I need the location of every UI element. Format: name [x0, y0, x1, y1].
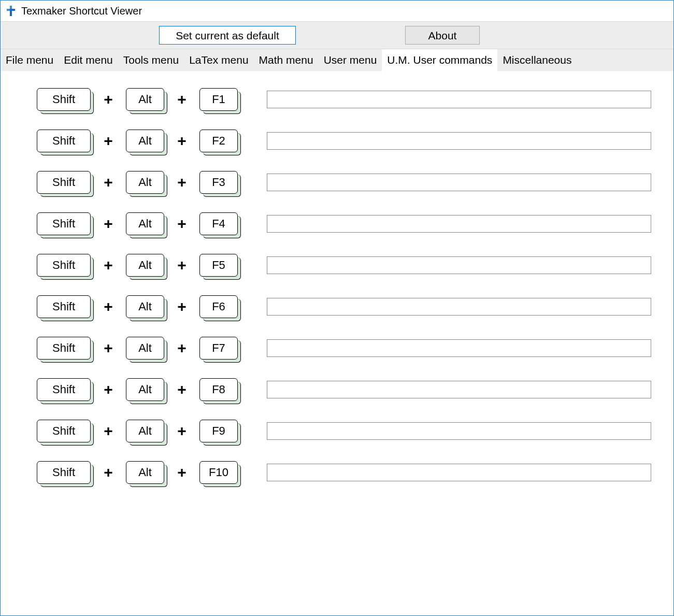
tab-miscellaneous[interactable]: Miscellaneous [497, 49, 577, 71]
tab-bar: File menuEdit menuTools menuLaTex menuMa… [1, 49, 673, 71]
command-input[interactable] [267, 422, 651, 440]
plus-icon: + [102, 298, 114, 316]
command-input[interactable] [267, 215, 651, 233]
key-fn: F7 [199, 337, 238, 360]
key-fn: F2 [199, 130, 238, 152]
command-input[interactable] [267, 298, 651, 316]
plus-icon: + [176, 215, 188, 233]
tab-user-menu[interactable]: User menu [319, 49, 382, 71]
key-alt: Alt [126, 88, 164, 111]
toolbar: Set current as default About [1, 21, 673, 49]
shortcut-row: Shift+Alt+F9 [37, 418, 673, 444]
key-alt: Alt [126, 337, 164, 360]
shortcut-row: Shift+Alt+F7 [37, 335, 673, 361]
key-fn: F4 [199, 212, 238, 235]
plus-icon: + [102, 422, 114, 440]
plus-icon: + [102, 339, 114, 357]
tab-tools-menu[interactable]: Tools menu [118, 49, 184, 71]
plus-icon: + [176, 298, 188, 316]
key-shift: Shift [37, 461, 91, 484]
key-alt: Alt [126, 295, 164, 318]
key-shift: Shift [37, 295, 91, 318]
key-fn: F8 [199, 378, 238, 401]
command-input[interactable] [267, 464, 651, 481]
about-button[interactable]: About [405, 26, 480, 45]
plus-icon: + [176, 464, 188, 481]
key-fn: F3 [199, 171, 238, 194]
plus-icon: + [176, 91, 188, 108]
tab-edit-menu[interactable]: Edit menu [59, 49, 118, 71]
plus-icon: + [176, 339, 188, 357]
shortcut-list: Shift+Alt+F1Shift+Alt+F2Shift+Alt+F3Shif… [1, 71, 673, 485]
command-input[interactable] [267, 132, 651, 150]
plus-icon: + [176, 132, 188, 150]
key-shift: Shift [37, 420, 91, 442]
key-shift: Shift [37, 378, 91, 401]
key-alt: Alt [126, 212, 164, 235]
key-fn: F10 [199, 461, 238, 484]
shortcut-row: Shift+Alt+F8 [37, 377, 673, 403]
shortcut-row: Shift+Alt+F2 [37, 128, 673, 154]
shortcut-row: Shift+Alt+F10 [37, 460, 673, 485]
key-fn: F6 [199, 295, 238, 318]
plus-icon: + [176, 422, 188, 440]
shortcut-row: Shift+Alt+F4 [37, 211, 673, 237]
plus-icon: + [102, 174, 114, 191]
command-input[interactable] [267, 174, 651, 191]
plus-icon: + [102, 215, 114, 233]
key-fn: F1 [199, 88, 238, 111]
tab-math-menu[interactable]: Math menu [254, 49, 319, 71]
plus-icon: + [176, 174, 188, 191]
key-shift: Shift [37, 171, 91, 194]
key-alt: Alt [126, 171, 164, 194]
plus-icon: + [102, 464, 114, 481]
set-current-default-button[interactable]: Set current as default [159, 26, 296, 45]
command-input[interactable] [267, 91, 651, 108]
command-input[interactable] [267, 256, 651, 274]
command-input[interactable] [267, 339, 651, 357]
plus-icon: + [102, 381, 114, 398]
key-alt: Alt [126, 420, 164, 442]
tab-latex-menu[interactable]: LaTex menu [184, 49, 253, 71]
titlebar: Texmaker Shortcut Viewer [1, 1, 673, 21]
tab-u-m-user-commands[interactable]: U.M. User commands [382, 49, 497, 71]
key-shift: Shift [37, 337, 91, 360]
plus-icon: + [176, 256, 188, 274]
window-title: Texmaker Shortcut Viewer [21, 5, 142, 17]
key-shift: Shift [37, 212, 91, 235]
shortcut-row: Shift+Alt+F1 [37, 87, 673, 112]
tab-file-menu[interactable]: File menu [1, 49, 59, 71]
plus-icon: + [176, 381, 188, 398]
plus-icon: + [102, 91, 114, 108]
shortcut-row: Shift+Alt+F5 [37, 252, 673, 278]
shortcut-row: Shift+Alt+F6 [37, 294, 673, 320]
plus-icon: + [102, 256, 114, 274]
key-shift: Shift [37, 130, 91, 152]
key-shift: Shift [37, 254, 91, 277]
key-fn: F9 [199, 420, 238, 442]
key-shift: Shift [37, 88, 91, 111]
key-alt: Alt [126, 130, 164, 152]
app-icon [5, 5, 17, 17]
key-fn: F5 [199, 254, 238, 277]
plus-icon: + [102, 132, 114, 150]
command-input[interactable] [267, 381, 651, 398]
shortcut-row: Shift+Alt+F3 [37, 169, 673, 195]
key-alt: Alt [126, 254, 164, 277]
key-alt: Alt [126, 378, 164, 401]
key-alt: Alt [126, 461, 164, 484]
